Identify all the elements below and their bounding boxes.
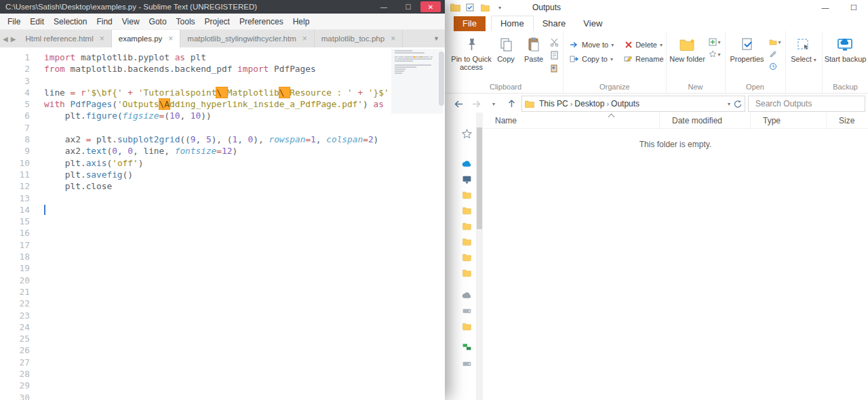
- folder-icon[interactable]: [462, 237, 472, 247]
- address-breadcrumb-box[interactable]: This PC›Desktop›Outputs ▾: [521, 96, 745, 112]
- code-line[interactable]: line = r'$\bf{' + 'Tutorialspoint\ Matpl…: [44, 87, 391, 98]
- tab-close-icon[interactable]: ×: [168, 34, 173, 43]
- move-to-button[interactable]: Move to ▾: [570, 41, 614, 49]
- ribbon-tab-share[interactable]: Share: [534, 16, 575, 31]
- file-list[interactable]: NameDate modifiedTypeSize This folder is…: [483, 113, 868, 400]
- search-box[interactable]: [748, 96, 865, 112]
- code-line[interactable]: with PdfPages('Outputs\Adding_hyperlink_…: [44, 98, 391, 110]
- tab-close-icon[interactable]: ×: [100, 34, 104, 43]
- code-line[interactable]: [44, 275, 391, 286]
- new-item-button[interactable]: ▾: [709, 38, 721, 46]
- cut-button[interactable]: [550, 38, 559, 47]
- code-area[interactable]: import matplotlib.pyplot as pltfrom matp…: [44, 52, 391, 400]
- tab-examples-py[interactable]: examples.py×: [112, 30, 181, 47]
- menu-selection[interactable]: Selection: [49, 17, 92, 26]
- address-dropdown-icon[interactable]: ▾: [728, 101, 730, 107]
- tab-scroll-right-icon[interactable]: ▶: [11, 35, 16, 43]
- start-backup-button[interactable]: Start backup: [825, 33, 867, 63]
- copy-button[interactable]: Copy: [492, 33, 519, 63]
- column-header-size[interactable]: Size: [826, 113, 868, 129]
- sublime-close-button[interactable]: ✕: [420, 1, 441, 12]
- sublime-maximize-button[interactable]: ☐: [396, 0, 420, 14]
- delete-button[interactable]: Delete ▾: [625, 41, 663, 49]
- copy-to-button[interactable]: Copy to ▾: [570, 55, 613, 63]
- code-line[interactable]: [44, 298, 391, 309]
- column-header-date-modified[interactable]: Date modified: [659, 113, 750, 129]
- code-line[interactable]: [44, 122, 391, 134]
- tab-matplotlib-stylingwithcycler-htm[interactable]: matplotlib_stylingwithcycler.htm×: [180, 30, 314, 47]
- pin-to-quick-access-button[interactable]: Pin to Quick access: [450, 33, 492, 71]
- code-line[interactable]: [44, 286, 391, 298]
- code-line[interactable]: plt.savefig(): [44, 169, 391, 180]
- open-button[interactable]: ▾: [769, 38, 781, 46]
- sublime-minimize-button[interactable]: —: [372, 0, 396, 14]
- folder-icon[interactable]: [462, 205, 472, 216]
- tab-matplotlib-toc-php[interactable]: matplotlib_toc.php×: [315, 30, 403, 47]
- code-line[interactable]: [44, 193, 391, 204]
- menu-goto[interactable]: Goto: [144, 17, 172, 26]
- code-line[interactable]: [44, 321, 391, 333]
- code-line[interactable]: [44, 392, 391, 400]
- tab-close-icon[interactable]: ×: [302, 34, 307, 43]
- code-line[interactable]: [44, 239, 391, 251]
- tab-html-reference-html[interactable]: Html reference.html×: [18, 30, 111, 47]
- editor-scrollbar-thumb[interactable]: [439, 52, 444, 106]
- folder-icon[interactable]: [462, 268, 472, 278]
- customize-quick-access-toolbar-icon[interactable]: ▾: [494, 2, 505, 13]
- folder-icon[interactable]: [462, 221, 472, 231]
- editor[interactable]: 1234567891011121314151617181920212223242…: [0, 47, 445, 400]
- breadcrumb-item-this-pc[interactable]: This PC: [537, 99, 570, 108]
- code-line[interactable]: [44, 357, 391, 368]
- ribbon-tab-view[interactable]: View: [574, 16, 611, 31]
- folder-icon[interactable]: [462, 321, 472, 332]
- up-button[interactable]: [504, 99, 519, 108]
- menu-preferences[interactable]: Preferences: [235, 17, 288, 26]
- code-line[interactable]: [44, 344, 391, 356]
- code-line[interactable]: import matplotlib.pyplot as plt: [44, 52, 391, 63]
- menu-project[interactable]: Project: [200, 17, 235, 26]
- code-line[interactable]: [44, 380, 391, 391]
- search-input[interactable]: [749, 99, 865, 108]
- column-header-type[interactable]: Type: [750, 113, 826, 129]
- edit-button[interactable]: [769, 50, 781, 58]
- code-line[interactable]: plt.axis('off'): [44, 157, 391, 169]
- back-button[interactable]: [451, 100, 466, 108]
- menu-edit[interactable]: Edit: [25, 17, 49, 26]
- code-line[interactable]: ax2.text(0, 0, line, fontsize=12): [44, 145, 391, 157]
- menu-find[interactable]: Find: [92, 17, 117, 26]
- tab-scroll-left-icon[interactable]: ◀: [3, 35, 8, 43]
- disk-icon[interactable]: [462, 306, 472, 316]
- code-line[interactable]: plt.figure(figsize=(10, 10)): [44, 110, 391, 121]
- nav-pane[interactable]: [444, 113, 476, 400]
- disk-icon[interactable]: [462, 359, 472, 369]
- copy-path-button[interactable]: [550, 51, 559, 60]
- tab-close-icon[interactable]: ×: [391, 34, 395, 43]
- new-folder-button[interactable]: New folder: [669, 33, 707, 63]
- cloud-blue-icon[interactable]: [462, 159, 472, 169]
- code-line[interactable]: [44, 262, 391, 274]
- code-line[interactable]: [44, 75, 391, 87]
- explorer-maximize-button[interactable]: ☐: [840, 0, 868, 15]
- cloud-gray-icon[interactable]: [462, 290, 472, 300]
- properties-quick-icon[interactable]: [465, 2, 475, 13]
- network-icon[interactable]: [462, 342, 472, 352]
- nav-pane-scrollbar[interactable]: [476, 113, 483, 400]
- nav-pane-scrollbar-thumb[interactable]: [477, 127, 482, 229]
- paste-button[interactable]: Paste: [519, 33, 548, 63]
- history-button[interactable]: [769, 62, 781, 71]
- menu-view[interactable]: View: [117, 17, 144, 26]
- folder-icon[interactable]: [462, 252, 472, 262]
- code-line[interactable]: [44, 216, 391, 227]
- code-line[interactable]: [44, 251, 391, 262]
- code-line[interactable]: [44, 333, 391, 344]
- ribbon-tab-file[interactable]: File: [454, 16, 486, 31]
- ribbon-tab-home[interactable]: Home: [491, 16, 534, 31]
- refresh-icon[interactable]: [733, 100, 742, 108]
- code-line[interactable]: [44, 227, 391, 239]
- code-line[interactable]: [44, 368, 391, 380]
- monitor-icon[interactable]: [462, 174, 472, 184]
- paste-shortcut-button[interactable]: [550, 64, 559, 73]
- explorer-minimize-button[interactable]: —: [811, 0, 840, 15]
- select-button[interactable]: Select ▾: [788, 33, 820, 64]
- star-icon[interactable]: [462, 129, 472, 139]
